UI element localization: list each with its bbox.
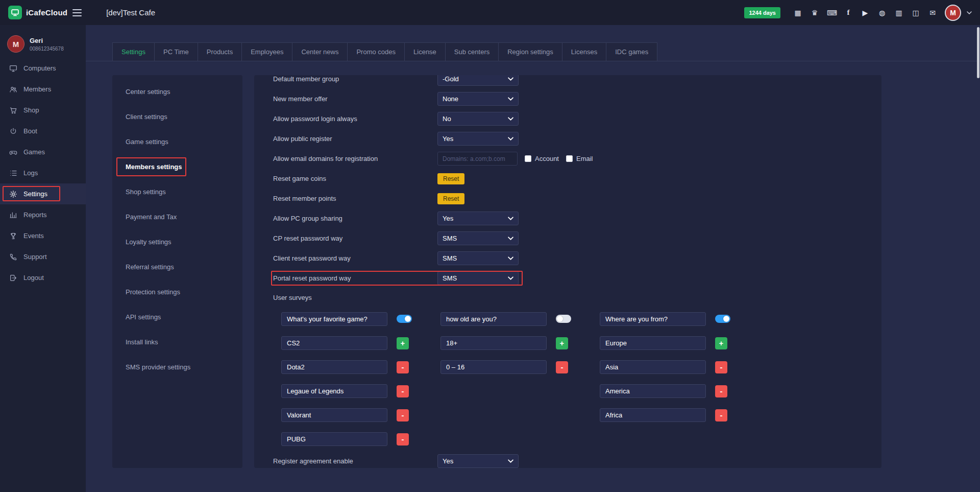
tab[interactable]: Sub centers (445, 42, 499, 61)
tab[interactable]: Promo codes (347, 42, 405, 61)
survey-answer-input[interactable]: Dota2 (281, 360, 387, 374)
sidebar-user[interactable]: M Geri 008612345678 (0, 25, 86, 58)
sidebar-item-shop[interactable]: Shop (0, 100, 86, 121)
answer-action-button[interactable]: - (397, 433, 409, 446)
survey-question-input[interactable]: how old are you? (440, 312, 547, 326)
cp-reset-password-select[interactable]: SMS (437, 231, 519, 245)
settings-nav-label: Client settings (126, 113, 167, 121)
sidebar-item-games[interactable]: Games (0, 142, 86, 162)
layers-icon[interactable]: ◫ (911, 9, 920, 16)
facebook-icon[interactable]: f (844, 9, 853, 16)
discord-icon[interactable]: ⌨ (827, 9, 836, 16)
sidebar-item-reports[interactable]: Reports (0, 204, 86, 225)
settings-nav-item[interactable]: Shop settings (112, 179, 242, 204)
field-label: CP reset password way (273, 235, 437, 242)
settings-nav-item[interactable]: Protection settings (112, 279, 242, 304)
survey-toggle[interactable] (715, 315, 730, 323)
survey-answer-input[interactable]: 18+ (440, 336, 547, 350)
default-member-group-select[interactable]: -Gold (437, 75, 519, 86)
survey-question-input[interactable]: Where are you from? (600, 312, 706, 326)
answer-action-button[interactable]: - (715, 361, 727, 373)
tab[interactable]: License (404, 42, 446, 61)
tab[interactable]: Region settings (498, 42, 562, 61)
tab[interactable]: Employees (241, 42, 292, 61)
account-checkbox[interactable] (525, 155, 531, 162)
settings-nav-item[interactable]: Install links (112, 330, 242, 355)
tab[interactable]: PC Time (154, 42, 198, 61)
answer-action-button[interactable]: - (715, 385, 727, 397)
email-domains-input[interactable] (437, 152, 518, 166)
survey-answer-input[interactable]: America (600, 384, 706, 398)
settings-nav-item[interactable]: API settings (112, 304, 242, 330)
survey-answer-input[interactable]: CS2 (281, 336, 387, 350)
email-checkbox-group[interactable]: Email (566, 155, 593, 162)
survey-answer-input[interactable]: Legaue of Legends (281, 384, 387, 398)
mail-icon[interactable]: ✉ (928, 9, 937, 16)
password-login-always-select[interactable]: No (437, 112, 519, 126)
sidebar-item-settings[interactable]: Settings (0, 183, 86, 204)
register-agreement-select[interactable]: Yes (437, 454, 519, 468)
settings-nav-item[interactable]: SMS provider settings (112, 355, 242, 380)
trophy-icon[interactable]: ♛ (810, 9, 819, 16)
survey-toggle[interactable] (556, 315, 571, 323)
sidebar-item-computers[interactable]: Computers (0, 58, 86, 79)
sidebar-item-members[interactable]: Members (0, 79, 86, 100)
answer-action-button[interactable]: - (556, 361, 568, 373)
public-register-select[interactable]: Yes (437, 132, 519, 146)
client-reset-password-select[interactable]: SMS (437, 251, 519, 265)
account-checkbox-group[interactable]: Account (525, 155, 559, 162)
portal-reset-password-select[interactable]: SMS (437, 271, 519, 285)
analytics-icon[interactable]: ▦ (793, 9, 802, 16)
reset-game-coins-button[interactable]: Reset (437, 173, 464, 184)
cafe-title: [dev]Test Cafe (106, 8, 155, 17)
app-logo[interactable]: iCafeCloud (0, 6, 67, 19)
answer-action-button[interactable]: - (715, 409, 727, 421)
menu-icon[interactable] (72, 7, 83, 18)
settings-nav-item[interactable]: Center settings (112, 79, 242, 104)
answer-action-button[interactable]: - (397, 361, 409, 373)
survey-toggle[interactable] (397, 315, 412, 323)
tab[interactable]: Products (198, 42, 242, 61)
settings-nav-item[interactable]: Members settings (112, 154, 242, 179)
survey-answer-input[interactable]: Europe (600, 336, 706, 350)
sidebar-item-events[interactable]: Events (0, 225, 86, 246)
youtube-icon[interactable]: ▶ (861, 9, 870, 16)
settings-nav-item[interactable]: Referral settings (112, 254, 242, 279)
billing-icon[interactable]: ▥ (894, 9, 903, 16)
tab[interactable]: Licenses (562, 42, 606, 61)
form-row-password-login-always: Allow password login always No (273, 109, 881, 129)
survey-answer-input[interactable]: Valorant (281, 408, 387, 422)
new-member-offer-select[interactable]: None (437, 92, 519, 106)
tab[interactable]: Center news (292, 42, 348, 61)
tab[interactable]: Settings (112, 42, 155, 61)
survey-answer-input[interactable]: 0 – 16 (440, 360, 547, 374)
survey-answer-row: Legaue of Legends - (281, 379, 440, 403)
survey-answer-input[interactable]: Africa (600, 408, 706, 422)
reset-member-points-button[interactable]: Reset (437, 193, 464, 204)
survey-question-input[interactable]: What's your favorite game? (281, 312, 387, 326)
email-checkbox[interactable] (566, 155, 573, 162)
form-row-email-domains: Allow email domains for registration Acc… (273, 149, 881, 169)
answer-action-button[interactable]: + (397, 337, 409, 349)
scrollbar[interactable] (977, 27, 979, 78)
answer-action-button[interactable]: - (397, 385, 409, 397)
settings-nav-item[interactable]: Loyalty settings (112, 229, 242, 254)
sidebar-item-logout[interactable]: Logout (0, 267, 86, 288)
sidebar-item-support[interactable]: Support (0, 246, 86, 267)
settings-nav-item[interactable]: Game settings (112, 129, 242, 154)
settings-nav-item[interactable]: Client settings (112, 104, 242, 129)
survey-answer-input[interactable]: PUBG (281, 432, 387, 446)
chevron-down-icon[interactable] (967, 11, 972, 14)
sidebar-item-boot[interactable]: Boot (0, 121, 86, 142)
survey-answer-input[interactable]: Asia (600, 360, 706, 374)
license-days-badge[interactable]: 1244 days (744, 7, 780, 18)
user-avatar[interactable]: M (945, 5, 961, 21)
pc-group-sharing-select[interactable]: Yes (437, 212, 519, 225)
answer-action-button[interactable]: - (397, 409, 409, 421)
answer-action-button[interactable]: + (715, 337, 727, 349)
answer-action-button[interactable]: + (556, 337, 568, 349)
sidebar-item-logs[interactable]: Logs (0, 162, 86, 183)
tab[interactable]: IDC games (606, 42, 657, 61)
globe-icon[interactable]: ◍ (877, 9, 887, 16)
settings-nav-item[interactable]: Payment and Tax (112, 204, 242, 229)
